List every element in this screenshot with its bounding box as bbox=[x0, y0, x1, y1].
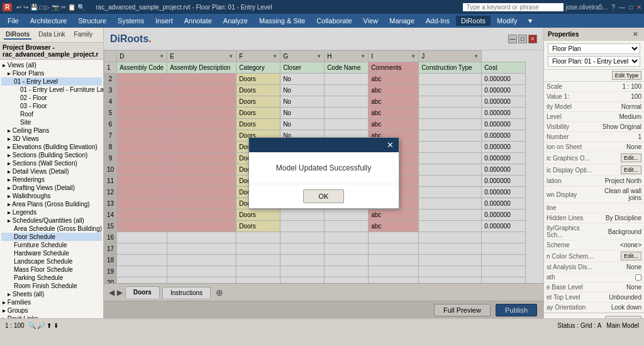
prop-checkbox[interactable] bbox=[635, 274, 641, 281]
minimize-btn[interactable]: — bbox=[619, 4, 625, 11]
menu-structure[interactable]: Structure bbox=[73, 16, 111, 26]
tree-item[interactable]: Door Schedule bbox=[1, 233, 102, 241]
tree-item[interactable]: Mass Floor Schedule bbox=[1, 265, 102, 274]
tree-item[interactable]: Roof bbox=[1, 110, 102, 118]
tree-item[interactable]: ▸ Detail Views (Detail) bbox=[1, 167, 102, 176]
tree-item[interactable]: Hardware Schedule bbox=[1, 249, 102, 257]
help-icon[interactable]: ? bbox=[611, 4, 615, 11]
menu-modify[interactable]: Modify bbox=[492, 16, 522, 26]
maximize-btn[interactable]: □ bbox=[629, 4, 633, 11]
menu-contextual[interactable]: ▾ bbox=[523, 15, 537, 26]
tree-item[interactable]: 01 - Entry Level - Furniture Layo... bbox=[1, 86, 102, 94]
property-row: line bbox=[544, 203, 644, 213]
prop-label: ity Model bbox=[547, 103, 594, 110]
filename-label: rac_advanced_sample_project.rvt - Floor … bbox=[94, 4, 274, 11]
tree-item[interactable]: ▸ Schedules/Quantities (all) bbox=[1, 216, 102, 225]
prop-label: e Base Level bbox=[547, 284, 594, 291]
prop-edit-btn[interactable]: Edit... bbox=[621, 153, 641, 162]
modal-dialog: ✕ Model Updated Successfully OK bbox=[248, 137, 399, 209]
modal-title bbox=[254, 142, 256, 149]
tree-item[interactable]: 02 - Floor bbox=[1, 94, 102, 102]
modal-close-icon[interactable]: ✕ bbox=[387, 140, 394, 150]
project-browser-header: Project Browser - rac_advanced_sample_pr… bbox=[0, 43, 103, 60]
tree-item[interactable]: 03 - Floor bbox=[1, 102, 102, 110]
tree-item[interactable]: 01 - Entry Level bbox=[1, 77, 102, 86]
apply-button[interactable]: Apply bbox=[605, 316, 641, 318]
tree-item[interactable]: ▸ 3D Views bbox=[1, 135, 102, 143]
property-row: Value 1:100 bbox=[544, 92, 644, 102]
prop-label: ath bbox=[547, 274, 635, 281]
tab-diroots[interactable]: DiRoots bbox=[4, 30, 31, 40]
menu-annotate[interactable]: Annotate bbox=[179, 16, 217, 26]
status-bar: 1 : 100 🔍 🔎 ⬆ ⬇ Status : Grid : A Main M… bbox=[0, 318, 644, 332]
prop-value: 1 : 100 bbox=[594, 83, 642, 90]
tree-item[interactable]: Parking Schedule bbox=[1, 274, 102, 282]
menu-systems[interactable]: Systems bbox=[113, 16, 149, 26]
tree-item[interactable]: ▸ Views (all) bbox=[1, 61, 102, 69]
prop-value: <none> bbox=[594, 242, 642, 248]
edit-type-button[interactable]: Edit Type bbox=[612, 71, 641, 80]
prop-value: By Discipline bbox=[594, 215, 642, 221]
tree-item[interactable]: ▸ Families bbox=[1, 298, 102, 306]
menu-analyze[interactable]: Analyze bbox=[218, 16, 253, 26]
tree-item[interactable]: ▸ Legends bbox=[1, 208, 102, 216]
view-instance-select[interactable]: Floor Plan: 01 - Entry Level bbox=[548, 56, 640, 67]
menu-insert[interactable]: Insert bbox=[150, 16, 178, 26]
menu-massing[interactable]: Massing & Site bbox=[254, 16, 310, 26]
prop-value: Normal bbox=[594, 103, 642, 110]
property-row: n Color Schem...Edit... bbox=[544, 250, 644, 262]
tree-item[interactable]: Furniture Schedule bbox=[1, 241, 102, 249]
tree-item[interactable]: ▸ Sheets (all) bbox=[1, 290, 102, 298]
quick-access-toolbar[interactable]: ↩ ↪ 💾 □ ▷ 📷 ✂ 📋 🔍 bbox=[14, 4, 86, 11]
property-row: Scale1 : 100 bbox=[544, 82, 644, 92]
modal-message: Model Updated Successfully bbox=[276, 164, 371, 172]
menu-file[interactable]: File bbox=[3, 16, 24, 26]
view-type-select[interactable]: Floor Plan bbox=[548, 43, 640, 54]
tree-item[interactable]: ▸ Walkthroughs bbox=[1, 192, 102, 200]
property-row: e Base LevelNone bbox=[544, 282, 644, 293]
tree-item[interactable]: Room Finish Schedule bbox=[1, 282, 102, 290]
edit-type-row: Edit Type bbox=[544, 70, 644, 82]
menu-architecture[interactable]: Architecture bbox=[25, 16, 72, 26]
menu-manage[interactable]: Manage bbox=[384, 16, 419, 26]
center-content: DiRoots. — □ ✕ D▼ E▼ bbox=[104, 28, 543, 318]
menu-view[interactable]: View bbox=[358, 16, 384, 26]
prop-label: ity/Graphics Sch... bbox=[547, 225, 594, 238]
tree-item[interactable]: Area Schedule (Gross Building) bbox=[1, 225, 102, 233]
property-row: ity/Graphics Sch...Background bbox=[544, 223, 644, 240]
prop-edit-btn[interactable]: Edit... bbox=[621, 252, 641, 260]
prop-label: ay Orientation bbox=[547, 304, 594, 311]
app-icon: R bbox=[3, 3, 12, 11]
menu-diroots[interactable]: DiRoots bbox=[456, 16, 491, 26]
tree-item[interactable]: Site bbox=[1, 118, 102, 126]
tree-item[interactable]: ▸ Sections (Wall Section) bbox=[1, 159, 102, 167]
tree-item[interactable]: ▸ Sections (Building Section) bbox=[1, 151, 102, 159]
search-input[interactable] bbox=[463, 3, 564, 11]
tree-item[interactable]: ▸ Groups bbox=[1, 306, 102, 315]
property-row: LevelMedium bbox=[544, 112, 644, 122]
prop-label: Hidden Lines bbox=[547, 215, 594, 221]
modal-ok-button[interactable]: OK bbox=[303, 189, 345, 203]
menu-addins[interactable]: Add-Ins bbox=[421, 16, 455, 26]
tree-item[interactable]: ▸ Ceiling Plans bbox=[1, 126, 102, 135]
project-browser-tree[interactable]: ▸ Views (all)▸ Floor Plans 01 - Entry Le… bbox=[0, 60, 103, 318]
tree-item[interactable]: Landscape Schedule bbox=[1, 257, 102, 265]
tree-item[interactable]: ▸ Renderings bbox=[1, 176, 102, 184]
property-row: Scheme<none> bbox=[544, 240, 644, 250]
prop-label: ion on Sheet bbox=[547, 143, 594, 150]
close-btn[interactable]: ✕ bbox=[636, 4, 641, 11]
prop-edit-btn[interactable]: Edit... bbox=[621, 165, 641, 174]
tree-item[interactable]: ▸ Drafting Views (Detail) bbox=[1, 184, 102, 192]
tree-item[interactable]: ▸ Floor Plans bbox=[1, 69, 102, 77]
prop-value: Look down bbox=[594, 304, 642, 311]
right-panel-close-btn[interactable]: ✕ bbox=[630, 30, 640, 39]
prop-label: st Analysis Dis... bbox=[547, 264, 594, 271]
tree-item[interactable]: ▸ Revit Links bbox=[1, 315, 102, 318]
tab-family[interactable]: Family bbox=[72, 30, 94, 40]
tree-item[interactable]: ▸ Elevations (Building Elevation) bbox=[1, 143, 102, 151]
tree-item[interactable]: ▸ Area Plans (Gross Building) bbox=[1, 200, 102, 208]
menu-collaborate[interactable]: Collaborate bbox=[311, 16, 357, 26]
tab-datalink[interactable]: Data Link bbox=[36, 30, 67, 40]
top-toolbar: R ↩ ↪ 💾 □ ▷ 📷 ✂ 📋 🔍 rac_advanced_sample_… bbox=[0, 0, 644, 14]
prop-value: 1 bbox=[594, 133, 642, 140]
